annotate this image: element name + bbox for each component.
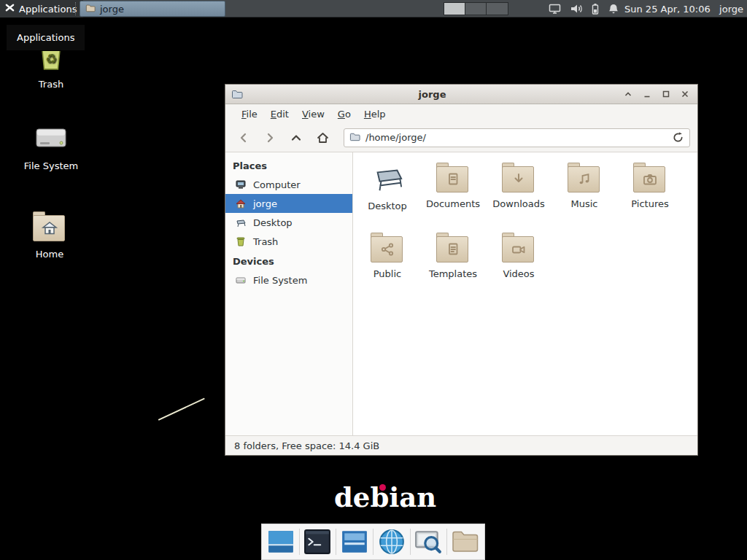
sidebar-item-file-system[interactable]: File System bbox=[225, 271, 352, 289]
menu-view[interactable]: View bbox=[295, 106, 331, 122]
path-folder-icon bbox=[349, 131, 360, 144]
home-icon bbox=[235, 198, 247, 209]
home-folder-icon bbox=[32, 210, 67, 244]
panel-separator-handle bbox=[75, 2, 78, 15]
close-button[interactable] bbox=[679, 89, 690, 100]
file-item-videos[interactable]: Videos bbox=[486, 231, 551, 301]
display-icon[interactable] bbox=[549, 3, 561, 15]
path-bar[interactable]: /home/jorge/ bbox=[344, 128, 690, 147]
file-label: Templates bbox=[429, 268, 477, 279]
menu-go[interactable]: Go bbox=[331, 106, 357, 122]
file-item-downloads[interactable]: Downloads bbox=[486, 161, 551, 231]
file-item-desktop[interactable]: Desktop bbox=[355, 161, 420, 231]
sidebar-item-jorge[interactable]: jorge bbox=[225, 194, 352, 213]
debian-logo: debian bbox=[334, 481, 436, 513]
computer-icon bbox=[235, 179, 247, 190]
file-label: Music bbox=[571, 198, 598, 209]
trash-icon bbox=[235, 236, 247, 247]
workspace-2[interactable] bbox=[465, 3, 487, 15]
file-manager-window: jorge File Edit View Go Help bbox=[225, 84, 698, 456]
reload-button[interactable] bbox=[672, 131, 684, 144]
desktop-icon-label: Home bbox=[36, 249, 63, 260]
sidebar-item-desktop[interactable]: Desktop bbox=[225, 213, 352, 232]
workspace-switcher bbox=[444, 2, 508, 15]
file-item-music[interactable]: Music bbox=[551, 161, 617, 231]
maximize-button[interactable] bbox=[660, 89, 671, 100]
desktop-desk-icon bbox=[370, 161, 405, 197]
applications-tooltip: Applications bbox=[6, 24, 85, 51]
debian-red-dot bbox=[379, 484, 386, 491]
up-button[interactable] bbox=[285, 128, 307, 148]
sidebar-item-label: Desktop bbox=[253, 217, 293, 228]
terminal-launcher[interactable] bbox=[303, 527, 333, 556]
sidebar-item-label: Computer bbox=[253, 179, 301, 190]
templates-folder-icon bbox=[436, 231, 471, 265]
dock-separator bbox=[446, 529, 447, 555]
file-label: Documents bbox=[426, 198, 480, 209]
file-item-documents[interactable]: Documents bbox=[420, 161, 486, 231]
panel-username: jorge bbox=[719, 0, 743, 18]
toolbar: /home/jorge/ bbox=[225, 123, 697, 152]
app-finder-launcher[interactable] bbox=[414, 527, 444, 556]
notification-bell-icon[interactable] bbox=[608, 3, 619, 15]
hard-drive-icon bbox=[34, 122, 68, 155]
shade-button[interactable] bbox=[622, 89, 633, 100]
menu-help[interactable]: Help bbox=[357, 106, 392, 122]
sidebar-item-label: jorge bbox=[253, 198, 277, 209]
sidebar-item-trash[interactable]: Trash bbox=[225, 232, 352, 251]
web-browser-launcher[interactable] bbox=[377, 527, 406, 556]
file-grid: Desktop Documents Download bbox=[353, 152, 697, 435]
file-label: Downloads bbox=[492, 198, 544, 209]
file-label: Pictures bbox=[631, 198, 668, 209]
volume-icon[interactable] bbox=[570, 3, 583, 15]
applications-menu-button[interactable]: Applications bbox=[0, 0, 83, 18]
menu-bar: File Edit View Go Help bbox=[225, 104, 697, 123]
taskbar-window-label: jorge bbox=[100, 4, 124, 15]
window-titlebar[interactable]: jorge bbox=[225, 85, 697, 104]
dock-separator bbox=[410, 529, 411, 555]
applications-label: Applications bbox=[19, 4, 77, 15]
dock-separator bbox=[373, 529, 374, 555]
file-item-pictures[interactable]: Pictures bbox=[617, 161, 683, 231]
workspace-1[interactable] bbox=[444, 3, 465, 15]
clock[interactable]: Sun 25 Apr, 10:06 bbox=[624, 0, 711, 18]
dock-separator bbox=[336, 529, 336, 555]
menu-edit[interactable]: Edit bbox=[264, 106, 295, 122]
battery-icon[interactable] bbox=[592, 3, 599, 15]
taskbar-window-icon bbox=[85, 3, 96, 15]
places-header: Places bbox=[225, 155, 352, 175]
back-button[interactable] bbox=[233, 128, 255, 148]
bottom-dock bbox=[261, 524, 485, 560]
workspace-3[interactable] bbox=[487, 3, 508, 15]
sidebar-item-label: Trash bbox=[253, 236, 278, 247]
downloads-folder-icon bbox=[501, 161, 536, 195]
home-button[interactable] bbox=[311, 128, 333, 148]
top-panel: Applications jorge Sun 25 Apr, 10:06 jor… bbox=[0, 0, 747, 18]
places-sidebar: Places Computer jorge Desktop bbox=[225, 152, 353, 435]
taskbar-window-button[interactable]: jorge bbox=[80, 1, 225, 17]
documents-folder-icon bbox=[436, 161, 471, 195]
window-folder-icon bbox=[231, 88, 243, 100]
file-item-templates[interactable]: Templates bbox=[420, 231, 486, 301]
file-item-public[interactable]: Public bbox=[355, 231, 420, 301]
sidebar-item-computer[interactable]: Computer bbox=[225, 175, 352, 194]
desktop-icon-file-system[interactable]: File System bbox=[10, 122, 92, 171]
panel-preferences-launcher[interactable] bbox=[340, 527, 369, 556]
show-desktop-button[interactable] bbox=[266, 527, 295, 556]
window-title: jorge bbox=[247, 89, 617, 100]
desktop-icon-home[interactable]: Home bbox=[9, 210, 90, 260]
window-content: Places Computer jorge Desktop bbox=[225, 152, 697, 435]
forward-button[interactable] bbox=[259, 128, 281, 148]
pictures-folder-icon bbox=[632, 161, 667, 195]
sidebar-item-label: File System bbox=[253, 275, 307, 286]
file-manager-launcher[interactable] bbox=[451, 527, 480, 556]
file-label: Videos bbox=[503, 268, 534, 279]
path-text[interactable]: /home/jorge/ bbox=[365, 132, 667, 143]
window-controls bbox=[622, 89, 697, 100]
desktop-artifact-line bbox=[158, 398, 205, 421]
menu-file[interactable]: File bbox=[235, 106, 264, 122]
minimize-button[interactable] bbox=[641, 89, 652, 100]
dock-separator bbox=[299, 529, 300, 555]
file-label: Public bbox=[374, 268, 401, 279]
desktop-icon-label: File System bbox=[24, 160, 78, 171]
